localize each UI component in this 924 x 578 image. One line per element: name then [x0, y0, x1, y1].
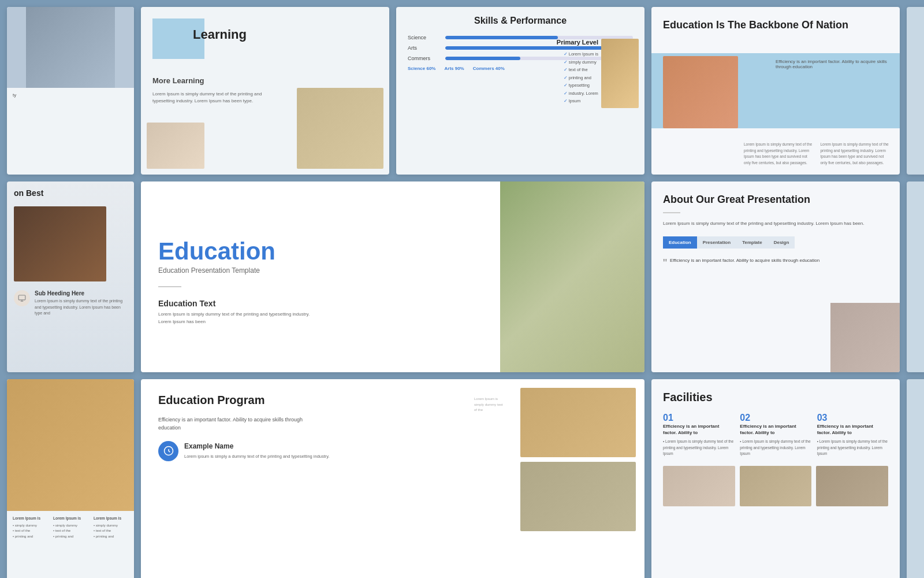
fac-photo-2 — [740, 466, 812, 506]
kids-photo — [7, 379, 134, 511]
backbone-lorem1: Lorem Ipsum is simply dummy text of the … — [744, 142, 815, 166]
skill-bar-fill-science — [445, 36, 558, 39]
checklist-item: Lorem Ipsum is — [564, 50, 598, 58]
slide-r1c1-content: ty — [7, 88, 134, 102]
checklist-item: simply dummy — [564, 58, 598, 66]
bullet-item: simply dummy — [53, 523, 88, 529]
bullet-item: printing and — [13, 534, 47, 540]
partial-text: ty — [13, 92, 128, 98]
backbone-desc: Efficiency is an important factor. Abili… — [776, 59, 891, 69]
hands-photo — [147, 123, 204, 169]
bullet-col-1: Lorem Ipsum is simply dummy text of the … — [13, 516, 47, 540]
sub-lorem: Lorem Ipsum is simply dummy text of the … — [35, 298, 127, 317]
program-photo-1 — [520, 388, 636, 457]
bullet-item: text of the — [94, 528, 128, 534]
facility-li: Lorem Ipsum is simply dummy text of the … — [817, 439, 888, 457]
program-name-block: Example Name Lorem ipsum is simply a dum… — [184, 442, 330, 460]
facility-li: Lorem Ipsum is simply dummy text of the … — [663, 439, 734, 457]
laptop-photo — [26, 7, 115, 88]
skill-bar-fill-commers — [445, 57, 520, 60]
example-name: Example Name — [184, 442, 330, 450]
slide-education-main: Education Education Presentation Templat… — [141, 181, 644, 372]
slide-r2c1: on Best Sub Heeding Here Lorem Ipsum is … — [7, 181, 134, 372]
learning-lorem: Lorem Ipsum is simply dummy text of the … — [152, 91, 268, 105]
program-desc: Efficiency is an important factor. Abili… — [158, 416, 320, 432]
about-quote-text: Efficiency is an important factor. Abili… — [670, 257, 819, 269]
backbone-photo — [663, 56, 738, 128]
facility-title-1: Efficiency is an important factor. Abili… — [663, 423, 734, 436]
tab-education[interactable]: Education — [663, 236, 697, 249]
edu-text-heading: Education Text — [158, 299, 483, 308]
partial-title-r2: on Best — [14, 188, 127, 198]
bullet-col-3: Lorem Ipsum is simply dummy text of the … — [94, 516, 128, 540]
about-photo — [830, 303, 900, 372]
about-quote: " Efficiency is an important factor. Abi… — [663, 257, 888, 269]
checklist-item: printing and — [564, 74, 598, 82]
education-main-photo — [500, 181, 644, 372]
stat-commers: Commers 40% — [473, 66, 505, 71]
sub-heading-label: Sub Heeding Here — [35, 290, 127, 297]
education-left: Education Education Presentation Templat… — [141, 181, 500, 372]
bullet-header-1: Lorem Ipsum is — [13, 516, 47, 521]
bullet-header-2: Lorem Ipsum is — [53, 516, 88, 521]
skill-label-arts: Arts — [408, 45, 439, 51]
about-lorem: Lorem Ipsum is simply dummy text of the … — [663, 220, 888, 228]
fac-photo-3 — [816, 466, 888, 506]
quote-mark: " — [663, 257, 667, 269]
backbone-lorem-cols: Lorem Ipsum is simply dummy text of the … — [744, 142, 891, 166]
slide-r3c4-spacer — [907, 379, 924, 578]
checklist-item: typesetting — [564, 81, 598, 90]
skill-label-science: Science — [408, 35, 439, 40]
facility-list-2: Lorem Ipsum is simply dummy text of the … — [740, 439, 811, 457]
bullet-col-2: Lorem Ipsum is simply dummy text of the … — [53, 516, 88, 540]
slide-backbone: Education Is The Backbone Of Nation Effi… — [651, 7, 900, 175]
more-learning-label: More Learning — [152, 76, 204, 85]
tab-design[interactable]: Design — [768, 236, 795, 249]
backbone-title: Education Is The Backbone Of Nation — [663, 18, 888, 32]
slide-r1c1: ty — [7, 7, 134, 175]
education-subtitle: Education Presentation Template — [158, 266, 483, 275]
checklist-item: text of the — [564, 66, 598, 74]
facility-num-1: 01 — [663, 413, 734, 423]
skill-row-commers: Commers — [408, 55, 633, 61]
skill-bar-fill-arts — [445, 46, 614, 50]
program-side-text: Lorem Ipsum is simply dummy text of the — [474, 397, 506, 413]
facility-title-2: Efficiency is an important factor. Abili… — [740, 423, 811, 436]
bullet-cols: Lorem Ipsum is simply dummy text of the … — [13, 516, 128, 540]
education-main-title: Education — [158, 239, 483, 264]
student-photo-bottom — [297, 88, 383, 169]
tab-presentation[interactable]: Presentation — [697, 236, 736, 249]
facilities-title: Facilities — [663, 391, 888, 404]
backbone-lorem2: Lorem Ipsum is simply dummy text of the … — [821, 142, 892, 166]
about-title: About Our Great Presentation — [663, 193, 888, 206]
slide-r2c4-spacer — [907, 181, 924, 372]
facility-list-3: Lorem Ipsum is simply dummy text of the … — [817, 439, 888, 457]
skill-stats: Science 60% Arts 90% Commers 40% — [408, 66, 633, 71]
facility-num-2: 02 — [740, 413, 811, 423]
education-divider — [158, 286, 181, 287]
bullet-item: simply dummy — [94, 523, 128, 529]
facilities-photos — [663, 466, 888, 506]
facilities-grid: 01 Efficiency is an important factor. Ab… — [663, 413, 888, 457]
facility-li: Lorem Ipsum is simply dummy text of the … — [740, 439, 811, 457]
tab-template[interactable]: Template — [736, 236, 768, 249]
slide-about: About Our Great Presentation Lorem Ipsum… — [651, 181, 900, 372]
bullet-item: text of the — [53, 528, 88, 534]
bullet-list-3: simply dummy text of the printing and — [94, 523, 128, 540]
skill-label-commers: Commers — [408, 55, 439, 61]
sub-heading-text: Sub Heeding Here Lorem Ipsum is simply d… — [35, 290, 127, 317]
stat-science: Science 60% — [408, 66, 435, 71]
slide-r1c5-spacer — [907, 7, 924, 175]
bullet-item: printing and — [94, 534, 128, 540]
slide-learning: Learning More Learning Lorem Ipsum is si… — [141, 7, 389, 175]
slide-facilities: Facilities 01 Efficiency is an important… — [651, 379, 900, 578]
program-photos: Lorem Ipsum is simply dummy text of the — [520, 388, 636, 531]
learning-title: Learning — [193, 27, 247, 42]
bullet-list-2: simply dummy text of the printing and — [53, 523, 88, 540]
sub-heading-row: Sub Heeding Here Lorem Ipsum is simply d… — [14, 290, 127, 317]
svg-rect-0 — [18, 295, 25, 300]
primary-level-label: Primary Level — [557, 39, 598, 46]
facility-item-2: 02 Efficiency is an important factor. Ab… — [740, 413, 811, 457]
about-tab-bar: Education Presentation Template Design — [663, 236, 888, 249]
skill-row-science: Science — [408, 35, 633, 40]
